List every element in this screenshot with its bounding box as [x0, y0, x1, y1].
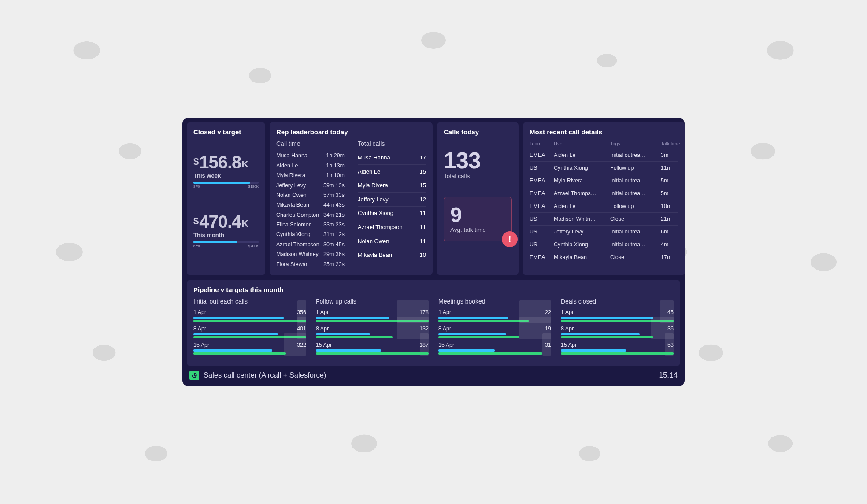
pipeline-actual-bar: [193, 317, 284, 319]
leaderboard-row: Cynthia Xiong31m 12s: [276, 230, 345, 239]
rep-total-calls: 17: [420, 154, 426, 161]
kpi-week-value: $156.8K: [193, 153, 259, 171]
kpi-week-label: This week: [193, 172, 259, 179]
recent-call-row: USJeffery LevyInitial outrea…6m: [530, 226, 678, 238]
rep-name: Mikayla Bean: [358, 252, 392, 258]
calls-today-title: Calls today: [444, 128, 512, 136]
rep-name: Jeffery Levy: [276, 182, 306, 189]
pipeline-forecast-bar: [561, 352, 674, 355]
footer-title: Sales call center (Aircall + Salesforce): [204, 371, 326, 379]
leaderboard-row: Azrael Thompson30m 45s: [276, 240, 345, 249]
pipeline-row: 15 Apr53: [561, 342, 674, 355]
pipeline-title: Pipeline v targets this month: [193, 286, 674, 293]
dollar-sign: $: [193, 215, 198, 226]
rep-name: Aiden Le: [276, 163, 298, 169]
cell-user: Cynthia Xiong: [554, 241, 610, 248]
recent-calls-header: Team User Tags Talk time: [530, 140, 678, 149]
cell-talk: 17m: [661, 254, 681, 260]
leaderboard-call-time-label: Call time: [276, 140, 345, 147]
pipeline-row: 8 Apr19: [438, 326, 551, 338]
pipeline-actual-bar: [561, 333, 640, 335]
rep-total-calls: 15: [420, 168, 426, 175]
cell-tag: Initial outrea…: [610, 241, 661, 248]
rep-name: Flora Stewart: [276, 261, 309, 267]
pipeline-actual-bar: [193, 333, 278, 335]
cell-user: Cynthia Xiong: [554, 165, 610, 171]
col-team: Team: [530, 141, 554, 146]
pipeline-forecast-bar: [438, 352, 542, 355]
pipeline-date: 15 Apr: [438, 342, 454, 348]
recent-call-row: USMadison Whitn…Close21m: [530, 213, 678, 226]
pipeline-forecast-bar: [193, 320, 306, 322]
leaderboard-row: Charles Compton34m 21s: [276, 210, 345, 220]
kpi-month-label: This month: [193, 232, 259, 238]
rep-call-time: 1h 29m: [326, 152, 345, 159]
pipeline-date: 8 Apr: [316, 326, 329, 332]
rep-total-calls: 12: [420, 196, 426, 203]
leaderboard-row: Myla Rivera15: [358, 178, 426, 193]
recent-call-row: EMEAMikayla BeanClose17m: [530, 251, 678, 263]
pipeline-date: 1 Apr: [316, 309, 329, 315]
cell-team: EMEA: [530, 152, 554, 158]
pipeline-date: 1 Apr: [193, 309, 206, 315]
rep-call-time: 33m 23s: [323, 222, 345, 228]
cell-talk: 11m: [661, 165, 681, 171]
cell-team: EMEA: [530, 190, 554, 196]
col-user: User: [554, 141, 610, 146]
cell-tag: Follow up: [610, 165, 661, 171]
rep-name: Musa Hanna: [358, 154, 390, 161]
kpi-week-number: 156.8: [199, 152, 241, 172]
cell-tag: Initial outrea…: [610, 229, 661, 235]
kpi-month-bar: 67% $700K: [193, 241, 259, 248]
kpi-week-pct: 87%: [193, 185, 200, 189]
pipeline-forecast-bar: [316, 352, 429, 355]
kpi-month: $470.4K This month 67% $700K: [193, 213, 259, 248]
cell-talk: 5m: [661, 190, 681, 196]
leaderboard-row: Jeffery Levy12: [358, 193, 426, 207]
leaderboard-total-calls-label: Total calls: [358, 140, 426, 147]
cell-user: Mikayla Bean: [554, 254, 610, 260]
recent-calls-title: Most recent call details: [530, 128, 678, 136]
rep-name: Charles Compton: [276, 212, 319, 218]
kpi-month-pct: 67%: [193, 244, 200, 248]
recent-calls-card: Most recent call details Team User Tags …: [523, 122, 685, 275]
avg-talk-time-label: Avg. talk time: [450, 226, 505, 233]
rep-name: Azrael Thompson: [276, 241, 319, 248]
cell-talk: 6m: [661, 229, 681, 235]
rep-total-calls: 11: [420, 210, 426, 216]
cell-team: US: [530, 229, 554, 235]
rep-call-time: 31m 12s: [323, 231, 345, 237]
rep-name: Azrael Thompson: [358, 224, 403, 230]
pipeline-date: 1 Apr: [561, 309, 574, 315]
leaderboard-row: Aiden Le15: [358, 165, 426, 179]
brand-icon: [189, 371, 199, 380]
footer: Sales call center (Aircall + Salesforce)…: [187, 366, 680, 382]
rep-call-time: 57m 33s: [323, 192, 345, 198]
pipeline-date: 8 Apr: [438, 326, 451, 332]
cell-team: US: [530, 241, 554, 248]
kpi-month-value: $470.4K: [193, 213, 259, 230]
pipeline-date: 8 Apr: [193, 326, 206, 332]
pipeline-forecast-bar: [316, 336, 393, 338]
closed-v-target-card: Closed v target $156.8K This week 87% $1…: [187, 122, 265, 275]
rep-call-time: 29m 36s: [323, 251, 345, 257]
kpi-month-bar-fill: [193, 241, 237, 243]
rep-call-time: 34m 21s: [323, 212, 345, 218]
pipeline-column: Follow up calls1 Apr1788 Apr13215 Apr187: [316, 298, 429, 358]
rep-total-calls: 10: [420, 252, 426, 258]
pipeline-forecast-bar: [193, 352, 286, 355]
rep-name: Nolan Owen: [358, 238, 389, 245]
pipeline-date: 15 Apr: [193, 342, 209, 348]
leaderboard-row: Musa Hanna17: [358, 151, 426, 165]
cell-user: Aiden Le: [554, 152, 610, 158]
rep-call-time: 59m 13s: [323, 182, 345, 189]
recent-call-row: EMEAAzrael Thomps…Initial outrea…5m: [530, 187, 678, 200]
leaderboard-row: Azrael Thompson11: [358, 220, 426, 234]
pipeline-row: 1 Apr356: [193, 309, 306, 322]
pipeline-column: Meetings booked1 Apr228 Apr1915 Apr31: [438, 298, 551, 358]
leaderboard-title: Rep leaderboard today: [276, 128, 426, 136]
alert-icon: !: [502, 231, 518, 247]
rep-total-calls: 11: [420, 238, 426, 245]
pipeline-actual-bar: [193, 349, 272, 352]
leaderboard-call-time-col: Call time Musa Hanna1h 29mAiden Le1h 13m…: [276, 140, 345, 269]
